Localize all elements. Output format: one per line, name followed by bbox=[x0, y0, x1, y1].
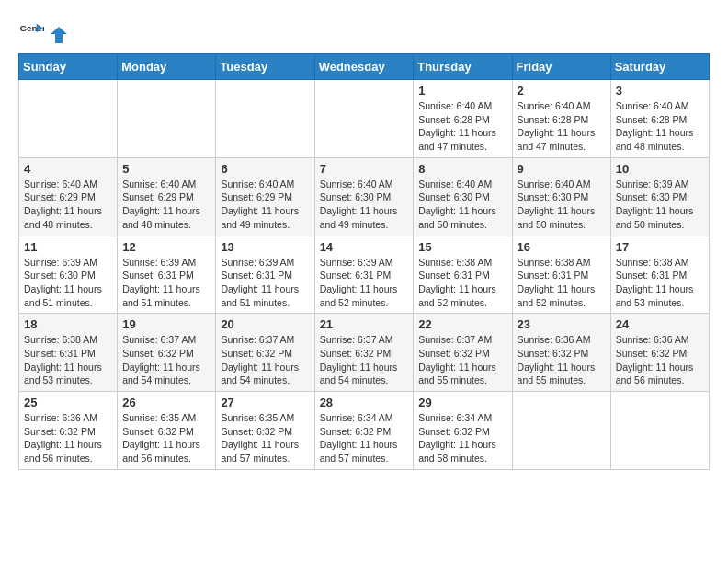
weekday-header-row: SundayMondayTuesdayWednesdayThursdayFrid… bbox=[19, 54, 710, 80]
day-info: Sunrise: 6:36 AM Sunset: 6:32 PM Dayligh… bbox=[24, 411, 112, 465]
day-number: 20 bbox=[221, 317, 309, 331]
calendar-cell: 25Sunrise: 6:36 AM Sunset: 6:32 PM Dayli… bbox=[19, 392, 118, 470]
day-number: 19 bbox=[122, 317, 210, 331]
calendar-cell: 12Sunrise: 6:39 AM Sunset: 6:31 PM Dayli… bbox=[118, 236, 216, 314]
logo-icon: General bbox=[18, 18, 44, 44]
day-number: 4 bbox=[24, 162, 112, 176]
day-info: Sunrise: 6:40 AM Sunset: 6:30 PM Dayligh… bbox=[418, 178, 506, 232]
calendar-cell: 11Sunrise: 6:39 AM Sunset: 6:30 PM Dayli… bbox=[19, 236, 118, 314]
day-number: 3 bbox=[616, 84, 704, 98]
day-number: 23 bbox=[518, 317, 606, 331]
day-info: Sunrise: 6:36 AM Sunset: 6:32 PM Dayligh… bbox=[518, 333, 606, 387]
calendar-cell bbox=[314, 80, 414, 158]
day-number: 27 bbox=[221, 396, 309, 409]
weekday-header-friday: Friday bbox=[512, 54, 610, 80]
day-info: Sunrise: 6:36 AM Sunset: 6:32 PM Dayligh… bbox=[616, 333, 704, 387]
day-info: Sunrise: 6:38 AM Sunset: 6:31 PM Dayligh… bbox=[24, 333, 112, 387]
calendar-cell: 13Sunrise: 6:39 AM Sunset: 6:31 PM Dayli… bbox=[216, 236, 314, 314]
day-number: 26 bbox=[122, 396, 210, 409]
svg-marker-2 bbox=[51, 27, 67, 43]
day-info: Sunrise: 6:38 AM Sunset: 6:31 PM Dayligh… bbox=[518, 256, 606, 310]
calendar-cell: 5Sunrise: 6:40 AM Sunset: 6:29 PM Daylig… bbox=[118, 157, 216, 236]
day-info: Sunrise: 6:37 AM Sunset: 6:32 PM Dayligh… bbox=[418, 333, 506, 387]
calendar-cell: 24Sunrise: 6:36 AM Sunset: 6:32 PM Dayli… bbox=[610, 314, 709, 392]
day-number: 18 bbox=[24, 317, 112, 331]
calendar-cell: 23Sunrise: 6:36 AM Sunset: 6:32 PM Dayli… bbox=[512, 314, 610, 392]
day-info: Sunrise: 6:34 AM Sunset: 6:32 PM Dayligh… bbox=[320, 411, 409, 465]
day-info: Sunrise: 6:35 AM Sunset: 6:32 PM Dayligh… bbox=[221, 411, 309, 465]
day-info: Sunrise: 6:37 AM Sunset: 6:32 PM Dayligh… bbox=[320, 333, 409, 387]
day-number: 8 bbox=[418, 162, 506, 176]
calendar-cell: 28Sunrise: 6:34 AM Sunset: 6:32 PM Dayli… bbox=[314, 392, 414, 470]
calendar-cell: 16Sunrise: 6:38 AM Sunset: 6:31 PM Dayli… bbox=[512, 236, 610, 314]
calendar-cell: 17Sunrise: 6:38 AM Sunset: 6:31 PM Dayli… bbox=[610, 236, 709, 314]
calendar-cell: 20Sunrise: 6:37 AM Sunset: 6:32 PM Dayli… bbox=[216, 314, 314, 392]
calendar-week-row: 11Sunrise: 6:39 AM Sunset: 6:30 PM Dayli… bbox=[19, 236, 710, 314]
day-number: 14 bbox=[320, 240, 409, 254]
page-header: General bbox=[18, 18, 710, 44]
calendar-cell: 3Sunrise: 6:40 AM Sunset: 6:28 PM Daylig… bbox=[610, 80, 709, 158]
calendar-cell: 21Sunrise: 6:37 AM Sunset: 6:32 PM Dayli… bbox=[314, 314, 414, 392]
calendar-cell: 1Sunrise: 6:40 AM Sunset: 6:28 PM Daylig… bbox=[414, 80, 512, 158]
day-number: 1 bbox=[418, 84, 506, 98]
day-info: Sunrise: 6:39 AM Sunset: 6:30 PM Dayligh… bbox=[24, 256, 112, 310]
day-number: 17 bbox=[616, 240, 704, 254]
day-number: 22 bbox=[418, 317, 506, 331]
day-info: Sunrise: 6:39 AM Sunset: 6:30 PM Dayligh… bbox=[616, 178, 704, 232]
day-number: 25 bbox=[24, 396, 112, 409]
calendar-week-row: 25Sunrise: 6:36 AM Sunset: 6:32 PM Dayli… bbox=[19, 392, 710, 470]
day-info: Sunrise: 6:39 AM Sunset: 6:31 PM Dayligh… bbox=[320, 256, 409, 310]
calendar-cell: 22Sunrise: 6:37 AM Sunset: 6:32 PM Dayli… bbox=[414, 314, 512, 392]
day-number: 11 bbox=[24, 240, 112, 254]
calendar-week-row: 1Sunrise: 6:40 AM Sunset: 6:28 PM Daylig… bbox=[19, 80, 710, 158]
calendar-cell: 19Sunrise: 6:37 AM Sunset: 6:32 PM Dayli… bbox=[118, 314, 216, 392]
calendar-cell: 14Sunrise: 6:39 AM Sunset: 6:31 PM Dayli… bbox=[314, 236, 414, 314]
day-number: 12 bbox=[122, 240, 210, 254]
day-info: Sunrise: 6:40 AM Sunset: 6:29 PM Dayligh… bbox=[221, 178, 309, 232]
logo: General bbox=[18, 18, 70, 44]
day-number: 21 bbox=[320, 317, 409, 331]
day-number: 9 bbox=[518, 162, 606, 176]
calendar-cell bbox=[610, 392, 709, 470]
day-info: Sunrise: 6:38 AM Sunset: 6:31 PM Dayligh… bbox=[616, 256, 704, 310]
calendar-cell: 2Sunrise: 6:40 AM Sunset: 6:28 PM Daylig… bbox=[512, 80, 610, 158]
logo-bird-icon bbox=[49, 25, 69, 45]
calendar-cell: 29Sunrise: 6:34 AM Sunset: 6:32 PM Dayli… bbox=[414, 392, 512, 470]
calendar-cell: 18Sunrise: 6:38 AM Sunset: 6:31 PM Dayli… bbox=[19, 314, 118, 392]
calendar-cell: 9Sunrise: 6:40 AM Sunset: 6:30 PM Daylig… bbox=[512, 157, 610, 236]
weekday-header-wednesday: Wednesday bbox=[314, 54, 414, 80]
day-info: Sunrise: 6:40 AM Sunset: 6:30 PM Dayligh… bbox=[320, 178, 409, 232]
calendar-cell bbox=[19, 80, 118, 158]
day-info: Sunrise: 6:40 AM Sunset: 6:28 PM Dayligh… bbox=[418, 99, 506, 154]
weekday-header-thursday: Thursday bbox=[414, 54, 512, 80]
calendar-cell: 7Sunrise: 6:40 AM Sunset: 6:30 PM Daylig… bbox=[314, 157, 414, 236]
day-number: 28 bbox=[320, 396, 409, 409]
calendar-table: SundayMondayTuesdayWednesdayThursdayFrid… bbox=[18, 53, 710, 470]
day-number: 7 bbox=[320, 162, 409, 176]
day-info: Sunrise: 6:40 AM Sunset: 6:29 PM Dayligh… bbox=[122, 178, 210, 232]
day-number: 5 bbox=[122, 162, 210, 176]
calendar-cell: 26Sunrise: 6:35 AM Sunset: 6:32 PM Dayli… bbox=[118, 392, 216, 470]
weekday-header-tuesday: Tuesday bbox=[216, 54, 314, 80]
day-number: 24 bbox=[616, 317, 704, 331]
day-number: 29 bbox=[418, 396, 506, 409]
day-info: Sunrise: 6:40 AM Sunset: 6:28 PM Dayligh… bbox=[518, 99, 606, 154]
day-number: 13 bbox=[221, 240, 309, 254]
calendar-cell bbox=[118, 80, 216, 158]
weekday-header-monday: Monday bbox=[118, 54, 216, 80]
day-info: Sunrise: 6:39 AM Sunset: 6:31 PM Dayligh… bbox=[221, 256, 309, 310]
calendar-week-row: 18Sunrise: 6:38 AM Sunset: 6:31 PM Dayli… bbox=[19, 314, 710, 392]
calendar-cell: 10Sunrise: 6:39 AM Sunset: 6:30 PM Dayli… bbox=[610, 157, 709, 236]
day-info: Sunrise: 6:40 AM Sunset: 6:29 PM Dayligh… bbox=[24, 178, 112, 232]
day-number: 6 bbox=[221, 162, 309, 176]
day-info: Sunrise: 6:40 AM Sunset: 6:30 PM Dayligh… bbox=[518, 178, 606, 232]
calendar-cell bbox=[512, 392, 610, 470]
calendar-week-row: 4Sunrise: 6:40 AM Sunset: 6:29 PM Daylig… bbox=[19, 157, 710, 236]
weekday-header-sunday: Sunday bbox=[19, 54, 118, 80]
calendar-cell: 6Sunrise: 6:40 AM Sunset: 6:29 PM Daylig… bbox=[216, 157, 314, 236]
calendar-cell: 4Sunrise: 6:40 AM Sunset: 6:29 PM Daylig… bbox=[19, 157, 118, 236]
weekday-header-saturday: Saturday bbox=[610, 54, 709, 80]
day-number: 10 bbox=[616, 162, 704, 176]
day-info: Sunrise: 6:39 AM Sunset: 6:31 PM Dayligh… bbox=[122, 256, 210, 310]
day-info: Sunrise: 6:38 AM Sunset: 6:31 PM Dayligh… bbox=[418, 256, 506, 310]
